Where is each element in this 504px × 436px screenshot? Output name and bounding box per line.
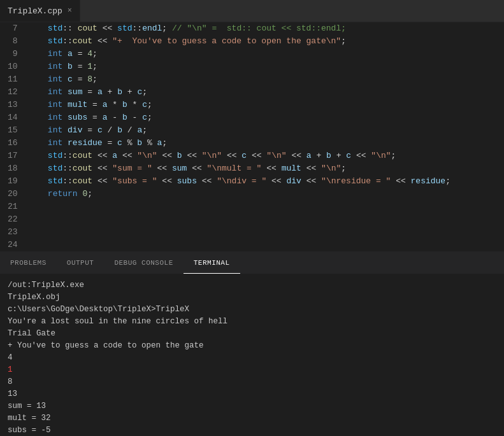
code-line: std::cout << "subs = " << subs << "\ndiv… (28, 175, 496, 188)
panel-tab-problems[interactable]: PROBLEMS (0, 252, 57, 274)
line-number: 19 (8, 175, 18, 188)
terminal-line: 4 (8, 352, 496, 364)
line-number: 18 (8, 162, 18, 175)
terminal-line: c:\Users\GoDge\Desktop\TripleX>TripleX (8, 304, 496, 316)
line-number-gutter: 789101112131415161718192021222324 (0, 22, 28, 251)
terminal-line: + You've to guess a code to open the gat… (8, 340, 496, 352)
line-number: 22 (8, 213, 18, 226)
code-line: return 0; (28, 188, 496, 200)
terminal-line: /out:TripleX.exe (8, 279, 496, 292)
line-number: 8 (8, 35, 18, 48)
tab-label: TripleX.cpp (8, 6, 62, 16)
line-number: 12 (8, 86, 18, 99)
code-line: int a = 4; (28, 48, 496, 60)
bottom-panel: PROBLEMSOUTPUTDEBUG CONSOLETERMINAL /out… (0, 251, 504, 436)
terminal-line: Trial Gate (8, 328, 496, 340)
line-number: 7 (8, 22, 18, 35)
line-number: 10 (8, 60, 18, 73)
code-editor: 789101112131415161718192021222324 std:: … (0, 22, 504, 251)
code-content[interactable]: std:: cout << std::endl; // "\n" = std::… (28, 22, 504, 251)
line-number: 24 (8, 239, 18, 251)
code-line: int residue = c % b % a; (28, 137, 496, 150)
panel-tab-bar: PROBLEMSOUTPUTDEBUG CONSOLETERMINAL (0, 252, 504, 274)
line-number: 9 (8, 48, 18, 60)
line-number: 21 (8, 200, 18, 213)
tab-bar: TripleX.cpp × (0, 0, 504, 22)
terminal-line: TripleX.obj (8, 292, 496, 304)
line-number: 17 (8, 150, 18, 162)
terminal-content[interactable]: /out:TripleX.exeTripleX.objc:\Users\GoDg… (0, 274, 504, 436)
tab-triplexcpp[interactable]: TripleX.cpp × (0, 0, 80, 22)
terminal-line: 13 (8, 388, 496, 400)
code-line: int div = c / b / a; (28, 124, 496, 137)
line-number: 15 (8, 124, 18, 137)
terminal-line: mult = 32 (8, 412, 496, 425)
code-line: int subs = a - b - c; (28, 111, 496, 124)
code-line: std::cout << a << "\n" << b << "\n" << c… (28, 150, 496, 162)
terminal-line: 1 (8, 364, 496, 376)
code-line: std:: cout << std::endl; // "\n" = std::… (28, 22, 496, 35)
line-number: 23 (8, 226, 18, 239)
line-number: 16 (8, 137, 18, 150)
panel-tab-output[interactable]: OUTPUT (57, 252, 104, 274)
line-number: 20 (8, 188, 18, 200)
terminal-line: You're a lost soul in the nine circles o… (8, 316, 496, 328)
code-line: int sum = a + b + c; (28, 86, 496, 99)
panel-tab-debug-console[interactable]: DEBUG CONSOLE (104, 252, 183, 274)
code-line: std::cout << "+ You've to guess a code t… (28, 35, 496, 48)
code-line: int mult = a * b * c; (28, 99, 496, 111)
panel-tab-terminal[interactable]: TERMINAL (184, 252, 240, 274)
terminal-line: 8 (8, 376, 496, 388)
tab-close-icon[interactable]: × (68, 7, 72, 15)
code-line: std::cout << "sum = " << sum << "\nmult … (28, 162, 496, 175)
line-number: 13 (8, 99, 18, 111)
line-number: 14 (8, 111, 18, 124)
terminal-line: subs = -5 (8, 425, 496, 436)
code-line: int b = 1; (28, 60, 496, 73)
terminal-line: sum = 13 (8, 400, 496, 412)
code-line: int c = 8; (28, 73, 496, 86)
line-number: 11 (8, 73, 18, 86)
